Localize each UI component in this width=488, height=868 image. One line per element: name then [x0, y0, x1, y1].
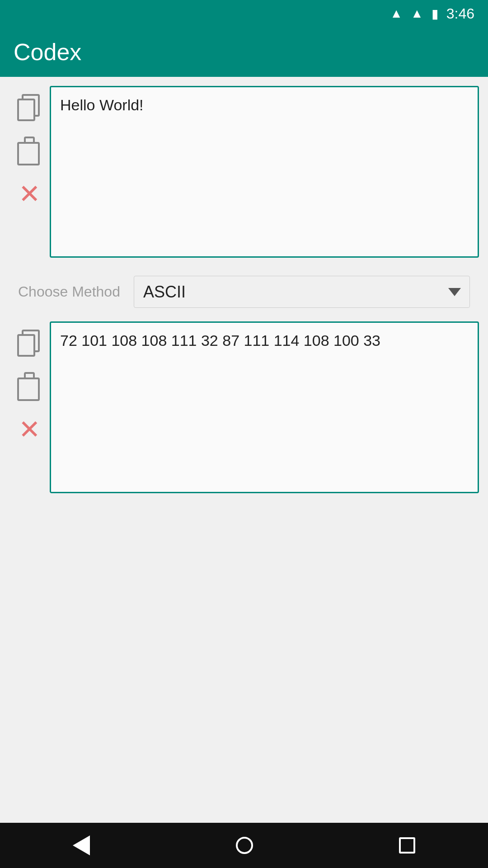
method-select[interactable]: ASCII Binary Hex Base64	[134, 276, 470, 308]
input-side-buttons: ✕	[9, 86, 50, 215]
output-section: ✕	[9, 321, 479, 493]
output-clear-button[interactable]: ✕	[15, 413, 44, 446]
nav-home-button[interactable]	[236, 837, 253, 854]
copy-icon	[17, 94, 42, 121]
battery-icon: ▮	[432, 6, 438, 21]
nav-recent-button[interactable]	[399, 837, 415, 854]
output-textarea[interactable]	[50, 321, 479, 493]
status-bar: ▲ ▲ ▮ 3:46	[0, 0, 488, 27]
nav-back-button[interactable]	[73, 835, 90, 855]
nav-back-icon	[73, 835, 90, 855]
output-paste-button[interactable]	[14, 368, 45, 405]
output-clipboard-icon	[17, 372, 42, 401]
method-row: Choose Method ASCII Binary Hex Base64	[9, 271, 479, 312]
nav-bar	[0, 823, 488, 868]
input-textarea[interactable]	[50, 86, 479, 258]
output-side-buttons: ✕	[9, 321, 50, 451]
nav-home-icon	[236, 837, 253, 854]
input-clear-button[interactable]: ✕	[15, 177, 44, 211]
signal-icon: ▲	[411, 6, 423, 21]
method-label: Choose Method	[18, 283, 120, 300]
method-select-container: ASCII Binary Hex Base64	[134, 276, 470, 308]
input-paste-button[interactable]	[14, 133, 45, 169]
input-copy-button[interactable]	[14, 90, 45, 125]
clipboard-icon	[17, 137, 42, 165]
wifi-icon: ▲	[390, 6, 403, 21]
app-title: Codex	[14, 38, 81, 66]
main-content: ✕ Choose Method ASCII Binary Hex Base64	[0, 77, 488, 823]
output-copy-icon	[17, 330, 42, 357]
output-copy-button[interactable]	[14, 326, 45, 360]
input-section: ✕	[9, 86, 479, 258]
clear-icon: ✕	[19, 181, 41, 207]
status-time: 3:46	[446, 5, 474, 22]
app-bar: Codex	[0, 27, 488, 77]
nav-recent-icon	[399, 837, 415, 854]
output-clear-icon: ✕	[19, 416, 41, 443]
